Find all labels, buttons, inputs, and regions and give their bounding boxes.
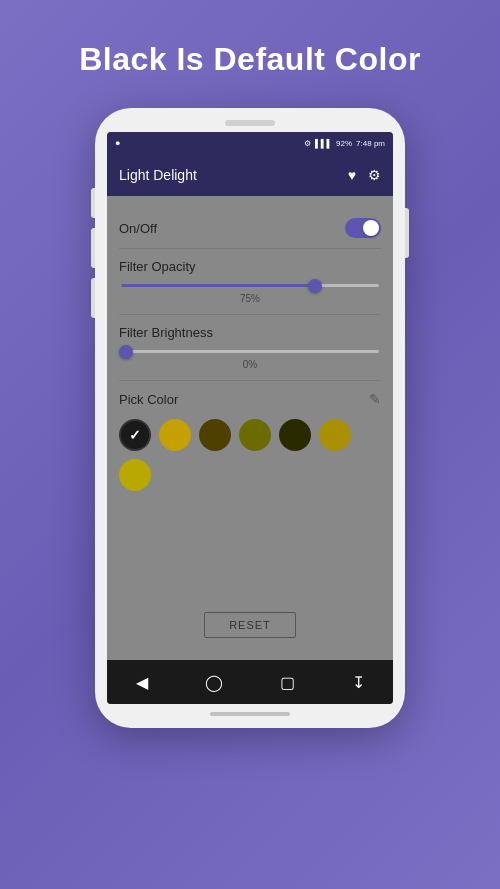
heart-icon[interactable]: ♥ [348,167,356,183]
color-swatch-1[interactable] [159,419,191,451]
status-right: ⚙ ▌▌▌ 92% 7:48 pm [304,139,385,148]
color-swatches: ✓ [119,419,381,491]
pencil-icon[interactable]: ✎ [369,391,381,407]
filter-opacity-track[interactable] [121,284,379,287]
pick-color-section: Pick Color ✎ ✓ [119,381,381,501]
filter-opacity-label: Filter Opacity [119,259,381,274]
status-bar: ● ⚙ ▌▌▌ 92% 7:48 pm [107,132,393,154]
onoff-row: On/Off [119,208,381,249]
pick-color-header: Pick Color ✎ [119,391,381,407]
volume-up-button [91,188,95,218]
back-icon[interactable]: ◀ [136,673,148,692]
download-icon[interactable]: ↧ [352,673,365,692]
volume-down-button [91,228,95,268]
reset-section: RESET [119,501,381,648]
bottom-nav: ◀ ◯ ▢ ↧ [107,660,393,704]
app-title: Light Delight [119,167,197,183]
signal-icon: ▌▌▌ [315,139,332,148]
mute-button [91,278,95,318]
onoff-label: On/Off [119,221,157,236]
filter-brightness-value: 0% [119,359,381,370]
reset-button[interactable]: RESET [204,612,296,638]
checkmark-icon: ✓ [129,427,141,443]
onoff-toggle[interactable] [345,218,381,238]
filter-opacity-thumb[interactable] [308,279,322,293]
settings-status-icon: ⚙ [304,139,311,148]
phone-screen: ● ⚙ ▌▌▌ 92% 7:48 pm Light Delight ♥ ⚙ On… [107,132,393,704]
recent-icon[interactable]: ▢ [280,673,295,692]
color-swatch-0[interactable]: ✓ [119,419,151,451]
home-indicator [210,712,290,716]
filter-brightness-label: Filter Brightness [119,325,381,340]
color-swatch-3[interactable] [239,419,271,451]
battery-level: 92% [336,139,352,148]
phone-top-bar [107,120,393,126]
filter-brightness-track[interactable] [121,350,379,353]
app-bar-icons: ♥ ⚙ [348,167,381,183]
color-swatch-4[interactable] [279,419,311,451]
phone-speaker [225,120,275,126]
color-swatch-5[interactable] [319,419,351,451]
phone-bottom-bar [107,712,393,716]
app-content: On/Off Filter Opacity 75% Filter Brightn… [107,196,393,660]
pick-color-label: Pick Color [119,392,178,407]
home-icon[interactable]: ◯ [205,673,223,692]
filter-opacity-fill [121,284,315,287]
toggle-knob [363,220,379,236]
filter-brightness-thumb[interactable] [119,345,133,359]
gear-icon[interactable]: ⚙ [368,167,381,183]
color-swatch-2[interactable] [199,419,231,451]
phone-frame: ● ⚙ ▌▌▌ 92% 7:48 pm Light Delight ♥ ⚙ On… [95,108,405,728]
color-swatch-6[interactable] [119,459,151,491]
app-bar: Light Delight ♥ ⚙ [107,154,393,196]
page-title: Black Is Default Color [79,40,421,78]
filter-brightness-section: Filter Brightness 0% [119,315,381,381]
status-left: ● [115,138,120,148]
status-circle-icon: ● [115,138,120,148]
status-time: 7:48 pm [356,139,385,148]
filter-opacity-section: Filter Opacity 75% [119,249,381,315]
power-button [405,208,409,258]
filter-opacity-value: 75% [119,293,381,304]
